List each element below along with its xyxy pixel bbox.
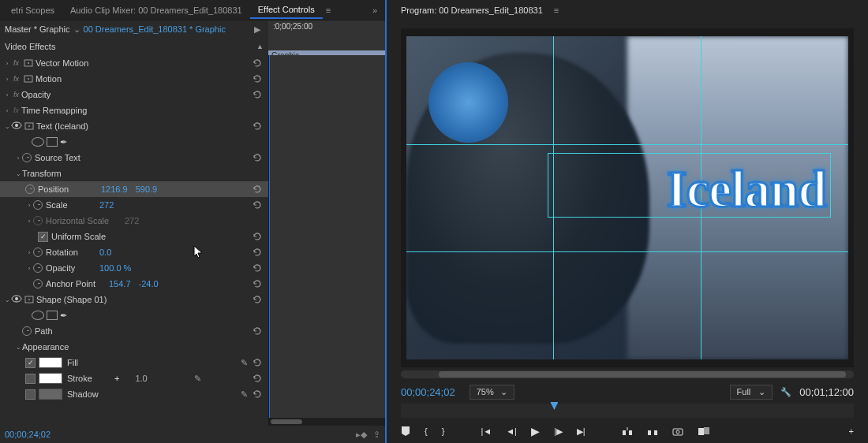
twirl-icon[interactable]: › (3, 60, 11, 67)
playhead-line[interactable] (269, 55, 270, 426)
stopwatch-icon[interactable] (22, 326, 32, 336)
stopwatch-icon[interactable] (33, 263, 43, 273)
twirl-icon[interactable]: › (3, 76, 11, 83)
anchor-y-value[interactable]: -24.0 (139, 279, 159, 289)
chevron-down-icon[interactable]: ⌄ (70, 24, 84, 35)
tab-program[interactable]: Program: 00 Dreamers_Edit_180831 (393, 2, 551, 18)
stopwatch-icon[interactable] (33, 279, 43, 289)
zoom-dropdown[interactable]: 75% ⌄ (470, 385, 514, 400)
motion-box-icon[interactable] (23, 73, 34, 84)
motion-box-icon[interactable] (24, 294, 35, 305)
effect-opacity[interactable]: › fx Opacity (0, 87, 268, 102)
footer-export-icon[interactable]: ⇪ (373, 430, 380, 440)
reset-icon[interactable] (253, 200, 265, 210)
stroke-color-swatch[interactable] (39, 373, 62, 384)
prop-path[interactable]: Path (0, 323, 268, 339)
mark-in-button[interactable]: { (425, 426, 428, 436)
prop-position[interactable]: Position 1216.9 590.9 (0, 181, 268, 197)
effect-time-remapping[interactable]: › fx Time Remapping (0, 102, 268, 118)
pen-mask-icon[interactable]: ✒ (60, 311, 67, 321)
collapse-arrow-icon[interactable]: ▲ (256, 43, 264, 50)
fill-color-swatch[interactable] (39, 357, 62, 368)
lift-button[interactable] (622, 426, 633, 436)
tab-effect-controls[interactable]: Effect Controls (250, 2, 323, 19)
twirl-icon[interactable]: › (25, 202, 33, 209)
eyedropper-icon[interactable]: ✎ (194, 374, 201, 384)
effect-mini-timeline[interactable] (268, 55, 385, 426)
viewer-scrollbar-thumb[interactable] (439, 371, 846, 378)
reset-icon[interactable] (253, 248, 265, 257)
reset-icon[interactable] (253, 374, 265, 383)
title-text-overlay[interactable]: Iceland (667, 159, 826, 219)
ellipse-mask-icon[interactable] (32, 311, 44, 320)
current-timecode[interactable]: 00;00;24;02 (5, 430, 51, 439)
uniform-scale-checkbox[interactable] (38, 232, 48, 242)
prop-shadow[interactable]: Shadow ✎ (0, 386, 268, 402)
prop-opacity[interactable]: › Opacity 100.0 % (0, 260, 268, 276)
prop-source-text[interactable]: › Source Text (0, 150, 268, 166)
twirl-open-icon[interactable]: ⌄ (3, 123, 11, 130)
twirl-open-icon[interactable]: ⌄ (3, 296, 11, 303)
tab-audio-clip-mixer[interactable]: Audio Clip Mixer: 00 Dreamers_Edit_18083… (62, 2, 250, 18)
effect-shape-layer[interactable]: ⌄ Shape (Shape 01) (0, 292, 268, 307)
prop-stroke[interactable]: Stroke + 1.0 ✎ (0, 370, 268, 386)
scale-value[interactable]: 272 (99, 200, 114, 210)
prop-fill[interactable]: Fill ✎ (0, 355, 268, 370)
eyedropper-icon[interactable]: ✎ (241, 389, 248, 400)
stopwatch-icon[interactable] (33, 248, 43, 257)
button-editor-icon[interactable]: + (849, 426, 854, 436)
twirl-open-icon[interactable]: ⌄ (14, 344, 22, 351)
reset-icon[interactable] (253, 121, 265, 131)
reset-icon[interactable] (253, 326, 265, 336)
prop-anchor-point[interactable]: Anchor Point 154.7 -24.0 (0, 276, 268, 292)
prop-appearance[interactable]: ⌄ Appearance (0, 339, 268, 355)
program-viewer[interactable]: Iceland (401, 28, 854, 367)
comparison-view-button[interactable] (698, 426, 710, 436)
reset-icon[interactable] (253, 279, 265, 289)
step-forward-button[interactable]: |▶ (554, 426, 563, 437)
panel-overflow-icon[interactable]: » (368, 6, 382, 15)
master-label[interactable]: Master * Graphic (5, 24, 70, 34)
timeline-scrollbar-thumb[interactable] (271, 419, 302, 424)
tab-lumetri-scopes[interactable]: etri Scopes (3, 2, 62, 18)
export-frame-button[interactable] (672, 427, 683, 436)
ellipse-mask-icon[interactable] (32, 137, 44, 147)
clip-name-link[interactable]: 00 Dreamers_Edit_180831 * Graphic (84, 24, 226, 34)
position-y-value[interactable]: 590.9 (136, 184, 158, 194)
step-back-button[interactable]: ◄| (506, 426, 517, 436)
go-to-in-button[interactable]: |◄ (481, 426, 492, 436)
play-button[interactable]: ▶ (531, 425, 540, 437)
stroke-width-value[interactable]: 1.0 (135, 374, 147, 383)
rotation-value[interactable]: 0.0 (99, 248, 111, 257)
reset-icon[interactable] (253, 74, 265, 84)
position-x-value[interactable]: 1216.9 (101, 184, 128, 194)
reset-icon[interactable] (253, 263, 265, 273)
effect-motion[interactable]: › fx Motion (0, 71, 268, 87)
stopwatch-icon[interactable] (25, 184, 35, 194)
visibility-eye-icon[interactable] (11, 121, 22, 131)
resolution-dropdown[interactable]: Full ⌄ (730, 385, 773, 400)
effect-vector-motion[interactable]: › fx Vector Motion (0, 55, 268, 71)
program-timecode[interactable]: 00;00;24;02 (401, 386, 455, 398)
panel-menu-icon[interactable]: ≡ (554, 6, 559, 15)
twirl-icon[interactable]: › (25, 265, 33, 272)
opacity-value[interactable]: 100.0 % (99, 263, 131, 273)
twirl-icon[interactable]: › (3, 107, 11, 114)
footer-keyframe-icon[interactable]: ▸◆ (356, 430, 367, 440)
play-arrow-icon[interactable]: ▶ (254, 24, 260, 35)
prop-transform[interactable]: ⌄ Transform (0, 166, 268, 181)
reset-icon[interactable] (253, 358, 265, 367)
shadow-checkbox[interactable] (25, 389, 36, 400)
twirl-icon[interactable]: › (14, 154, 22, 162)
program-playhead[interactable] (550, 402, 558, 410)
stroke-checkbox[interactable] (25, 374, 36, 384)
prop-scale[interactable]: › Scale 272 (0, 197, 268, 213)
twirl-icon[interactable]: › (25, 249, 33, 256)
add-stroke-icon[interactable]: + (114, 374, 119, 383)
anchor-x-value[interactable]: 154.7 (109, 279, 131, 289)
video-frame[interactable]: Iceland (406, 36, 848, 359)
stopwatch-icon[interactable] (22, 153, 32, 162)
program-timeline-ruler[interactable] (401, 404, 854, 418)
prop-rotation[interactable]: › Rotation 0.0 (0, 244, 268, 260)
prop-uniform-scale[interactable]: Uniform Scale (0, 229, 268, 244)
